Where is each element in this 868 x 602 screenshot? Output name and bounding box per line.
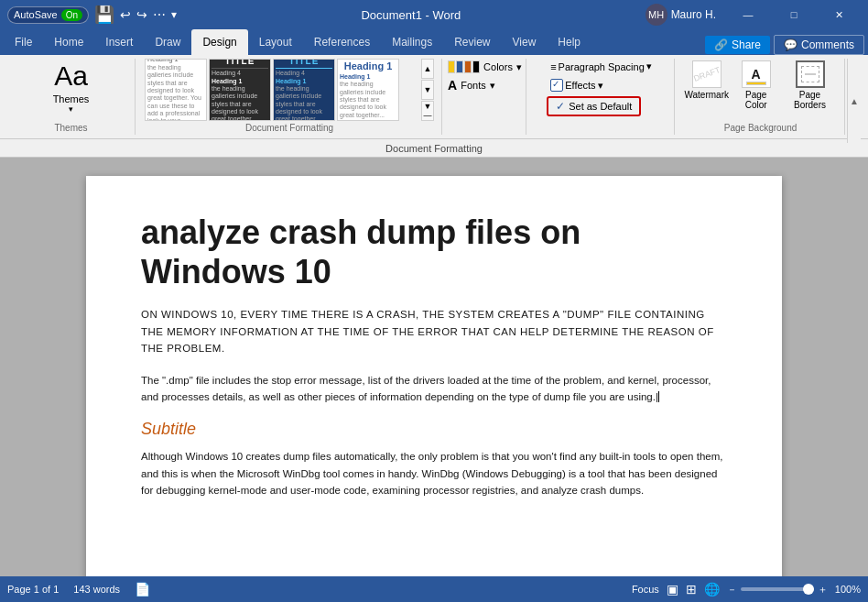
document-body1: The ".dmp" file includes the stop error … <box>141 372 727 406</box>
comments-icon: 💬 <box>784 38 797 51</box>
style-scroll-down[interactable]: ▼ <box>421 80 434 100</box>
style-preview-h1: Heading 1 <box>344 60 393 71</box>
themes-button[interactable]: Aa Themes ▾ <box>46 59 97 115</box>
close-btn[interactable]: ✕ <box>819 0 861 29</box>
page-borders-label: Page Borders <box>788 90 831 110</box>
word-icon: 💾 <box>94 5 114 25</box>
tab-design[interactable]: Design <box>191 29 247 55</box>
zoom-bar: － ＋ <box>727 583 828 597</box>
share-button[interactable]: 🔗 Share <box>705 36 770 54</box>
title-bar-right: MH Mauro H. — □ ✕ <box>646 0 861 29</box>
customize-btn[interactable]: ⋯ <box>153 7 166 22</box>
zoom-plus[interactable]: ＋ <box>818 583 828 597</box>
watermark-icon: DRAFT <box>692 60 722 88</box>
tab-mailings[interactable]: Mailings <box>381 29 443 55</box>
autosave-toggle[interactable]: AutoSave On <box>7 6 89 24</box>
colors-swatches <box>448 60 480 73</box>
style-preview-dark-title: TITLE <box>225 59 255 66</box>
page-borders-button[interactable]: Page Borders <box>783 59 837 112</box>
effects-chevron: ▾ <box>598 80 603 92</box>
fonts-button[interactable]: A Fonts ▾ <box>444 76 526 94</box>
set-default-button[interactable]: ✓ Set as Default <box>547 96 641 116</box>
undo-btn[interactable]: ↩ <box>120 7 131 22</box>
tab-layout[interactable]: Layout <box>248 29 303 55</box>
title-separator: ▾ <box>171 8 177 21</box>
watermark-button[interactable]: DRAFT Watermark <box>684 59 729 102</box>
ribbon-right-actions: 🔗 Share 💬 Comments <box>705 35 864 55</box>
style-item-heading1[interactable]: Heading 1 Heading 1the heading galleries… <box>337 59 399 121</box>
zoom-minus[interactable]: － <box>727 583 737 597</box>
themes-label: Themes <box>53 93 90 104</box>
document-formatting-bar: Document Formatting <box>0 139 868 158</box>
tab-file[interactable]: File <box>4 29 43 55</box>
page-info: Page 1 of 1 <box>7 584 59 595</box>
paragraph-spacing-group: ≡ Paragraph Spacing ▾ Effects ▾ ✓ Set as… <box>528 59 675 135</box>
style-items: Title Heading 1Heading 1the heading gall… <box>145 59 419 121</box>
style-gallery-group: Title Heading 1Heading 1the heading gall… <box>137 59 442 135</box>
document-formatting-text: Document Formatting <box>385 143 483 154</box>
effects-label: Effects <box>565 80 595 91</box>
set-default-check-icon: ✓ <box>556 100 565 113</box>
tab-insert[interactable]: Insert <box>94 29 144 55</box>
ribbon-collapse-button[interactable]: ▲ <box>847 59 861 143</box>
layout-icon-single[interactable]: ▣ <box>667 582 678 597</box>
page-bg-buttons: DRAFT Watermark A Page Color <box>684 59 837 112</box>
user-avatar: MH <box>646 4 667 26</box>
effects-button[interactable]: Effects ▾ <box>547 77 606 93</box>
style-scroll: ▲ ▼ ▼— <box>421 59 434 121</box>
ribbon-tabs: File Home Insert Draw Design Layout Refe… <box>0 29 868 55</box>
effects-checkbox <box>550 79 563 92</box>
style-item-title[interactable]: Title Heading 1Heading 1the heading gall… <box>145 59 207 121</box>
page-color-button[interactable]: A Page Color <box>732 59 779 112</box>
tab-view[interactable]: View <box>502 29 548 55</box>
style-scroll-more[interactable]: ▼— <box>421 101 434 121</box>
zoom-slider[interactable] <box>741 587 814 591</box>
comments-button[interactable]: 💬 Comments <box>774 35 864 55</box>
set-default-label: Set as Default <box>569 101 632 112</box>
style-item-heading-blue[interactable]: TITLE Heading 4Heading 1the heading gall… <box>273 59 335 121</box>
style-preview-blue-title: TITLE <box>289 59 320 66</box>
redo-btn[interactable]: ↪ <box>136 7 147 22</box>
themes-group: Aa Themes ▾ Themes <box>7 59 136 135</box>
para-spacing-group-label <box>600 123 602 133</box>
doc-check-icon: 📄 <box>135 582 150 597</box>
para-spacing-icon: ≡ <box>550 61 556 72</box>
fonts-label: Fonts <box>461 80 486 91</box>
maximize-btn[interactable]: □ <box>773 0 815 29</box>
page-background-group: DRAFT Watermark A Page Color <box>677 59 845 135</box>
style-gallery: Title Heading 1Heading 1the heading gall… <box>145 59 434 121</box>
document-formatting-label: Document Formatting <box>245 123 333 133</box>
colors-button[interactable]: Colors ▾ <box>444 59 526 75</box>
themes-group-label: Themes <box>54 123 87 133</box>
style-preview-text1: Heading 1Heading 1the heading galleries … <box>147 59 204 121</box>
tab-draw[interactable]: Draw <box>144 29 191 55</box>
focus-label[interactable]: Focus <box>632 584 659 595</box>
minimize-btn[interactable]: — <box>727 0 769 29</box>
colors-fonts-group-label <box>483 123 486 133</box>
layout-icon-multi[interactable]: ⊞ <box>686 582 697 597</box>
tab-references[interactable]: References <box>303 29 381 55</box>
user-name: Mauro H. <box>671 8 716 21</box>
tab-review[interactable]: Review <box>443 29 501 55</box>
doc-title-bar: Document1 - Word <box>361 8 461 22</box>
colors-label: Colors <box>483 61 513 72</box>
autosave-state: On <box>61 9 82 21</box>
style-scroll-up[interactable]: ▲ <box>421 59 434 79</box>
tab-help[interactable]: Help <box>547 29 591 55</box>
tab-home[interactable]: Home <box>43 29 94 55</box>
zoom-thumb <box>803 584 814 595</box>
document-section-title: Subtitle <box>141 420 727 439</box>
style-preview-h1-text: Heading 1the heading galleries include s… <box>340 73 396 119</box>
share-icon: 🔗 <box>714 38 728 51</box>
page-color-icon: A <box>742 60 771 88</box>
paragraph-spacing-button[interactable]: ≡ Paragraph Spacing ▾ <box>547 59 656 74</box>
autosave-label: AutoSave <box>14 9 58 20</box>
colors-chevron: ▾ <box>516 61 522 73</box>
text-cursor: | <box>656 391 659 402</box>
layout-icon-web[interactable]: 🌐 <box>704 582 720 597</box>
document-body2: Although Windows 10 creates dump files a… <box>141 448 727 498</box>
para-spacing-label: Paragraph Spacing <box>559 61 645 72</box>
status-bar: Page 1 of 1 143 words 📄 Focus ▣ ⊞ 🌐 － ＋ … <box>0 576 868 602</box>
style-item-heading-dark[interactable]: TITLE Heading 4Heading 1the heading gall… <box>209 59 271 121</box>
title-bar-left: AutoSave On 💾 ↩ ↪ ⋯ ▾ <box>7 5 177 25</box>
